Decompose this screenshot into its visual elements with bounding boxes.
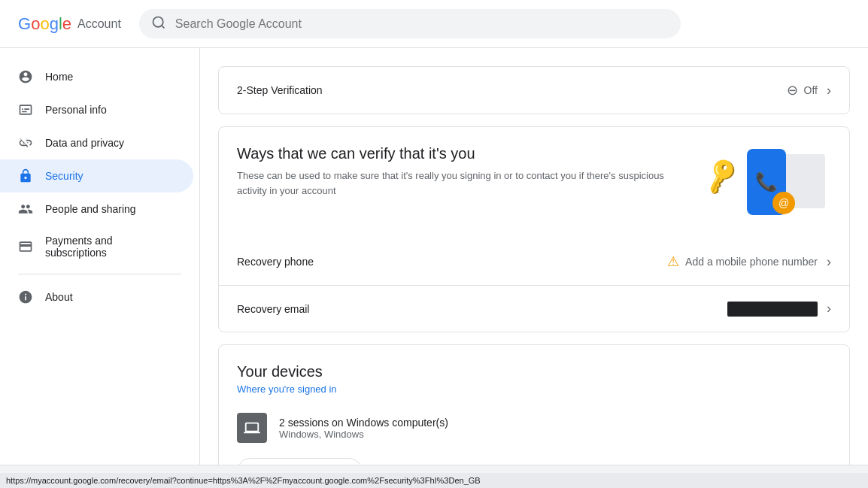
warning-icon: ⚠ — [667, 253, 679, 270]
two-step-status: Off — [804, 84, 818, 96]
recovery-phone-row[interactable]: Recovery phone ⚠ Add a mobile phone numb… — [219, 238, 849, 286]
recovery-email-row[interactable]: Recovery email › — [219, 286, 849, 332]
devices-subtitle: Where you're signed in — [237, 383, 831, 395]
page-layout: Home Personal info Data and privacy — [0, 48, 868, 488]
recovery-email-label: Recovery email — [237, 303, 727, 315]
svg-line-1 — [162, 26, 165, 29]
computer-icon — [244, 420, 260, 436]
account-label: Account — [77, 17, 121, 31]
search-input[interactable] — [175, 17, 669, 31]
sidebar: Home Personal info Data and privacy — [0, 48, 200, 488]
sidebar-label-security: Security — [45, 170, 83, 182]
people-icon — [18, 202, 33, 217]
email-badge: @ — [772, 192, 795, 214]
phone-icon: 📞 — [755, 171, 778, 192]
recovery-email-value — [727, 302, 818, 317]
verify-text: Ways that we can verify that it's you Th… — [237, 145, 684, 198]
two-step-label: 2-Step Verification — [237, 84, 787, 96]
verify-title: Ways that we can verify that it's you — [237, 145, 684, 162]
main-content: 2-Step Verification ⊖ Off › Ways that we… — [200, 48, 868, 488]
two-step-value: ⊖ Off — [787, 82, 818, 99]
verify-header: Ways that we can verify that it's you Th… — [219, 127, 849, 238]
logo: Google Account — [18, 14, 121, 34]
sidebar-label-about: About — [45, 291, 73, 303]
search-icon — [151, 15, 166, 32]
off-circle-icon: ⊖ — [787, 82, 798, 99]
sidebar-item-security[interactable]: Security — [0, 159, 193, 192]
url-bar: https://myaccount.google.com/recovery/em… — [0, 473, 868, 488]
sidebar-item-home[interactable]: Home — [0, 60, 193, 93]
personal-info-icon — [18, 102, 33, 117]
home-icon — [18, 69, 33, 84]
device-icon-box — [237, 413, 267, 443]
recovery-phone-text: Add a mobile phone number — [685, 256, 818, 268]
google-wordmark: Google — [18, 14, 71, 34]
sidebar-item-data-privacy[interactable]: Data and privacy — [0, 126, 193, 159]
verify-desc: These can be used to make sure that it's… — [237, 168, 684, 198]
two-step-row[interactable]: 2-Step Verification ⊖ Off › — [219, 67, 849, 114]
recovery-email-chevron: › — [827, 301, 831, 317]
devices-title: Your devices — [237, 363, 831, 380]
svg-point-0 — [153, 17, 162, 27]
device-row: 2 sessions on Windows computer(s) Window… — [237, 407, 831, 449]
keys-icon: 🔑 — [700, 156, 743, 197]
sidebar-label-people-sharing: People and sharing — [45, 203, 136, 215]
payments-icon — [18, 239, 33, 254]
device-name: 2 sessions on Windows computer(s) — [279, 417, 831, 429]
device-info: 2 sessions on Windows computer(s) Window… — [279, 417, 831, 440]
two-step-card: 2-Step Verification ⊖ Off › — [218, 66, 850, 114]
sidebar-item-about[interactable]: About — [0, 280, 193, 314]
security-icon — [18, 168, 33, 183]
url-text: https://myaccount.google.com/recovery/em… — [6, 476, 481, 485]
sidebar-item-people-sharing[interactable]: People and sharing — [0, 192, 193, 226]
sidebar-label-personal-info: Personal info — [45, 104, 107, 116]
sidebar-item-personal-info[interactable]: Personal info — [0, 93, 193, 126]
sidebar-item-payments[interactable]: Payments and subscriptions — [0, 226, 193, 268]
sidebar-divider — [18, 274, 181, 274]
recovery-phone-label: Recovery phone — [237, 256, 667, 268]
sidebar-label-payments: Payments and subscriptions — [45, 235, 175, 259]
data-privacy-icon — [18, 135, 33, 150]
sidebar-label-data-privacy: Data and privacy — [45, 137, 124, 149]
verify-card: Ways that we can verify that it's you Th… — [218, 126, 850, 332]
about-icon — [18, 289, 33, 305]
search-bar[interactable] — [139, 9, 681, 38]
recovery-phone-value: ⚠ Add a mobile phone number — [667, 253, 818, 270]
device-platform: Windows, Windows — [279, 429, 831, 440]
redacted-email — [727, 302, 818, 317]
sidebar-label-home: Home — [45, 71, 73, 83]
header: Google Account — [0, 0, 868, 48]
verify-illustration: 🔑 📞 @ — [696, 145, 831, 220]
two-step-chevron: › — [827, 83, 831, 99]
recovery-phone-chevron: › — [827, 254, 831, 270]
